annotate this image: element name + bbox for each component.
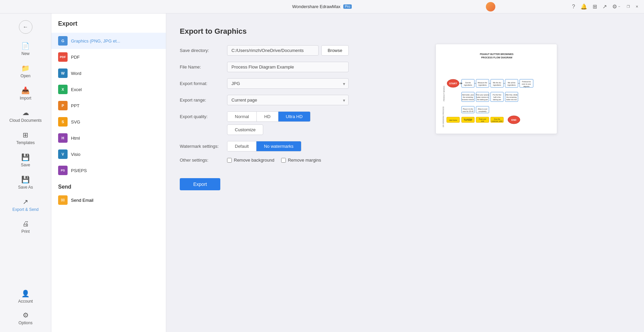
browse-button[interactable]: Browse	[321, 45, 349, 56]
export-range-control: Current page All pages Selected shapes	[227, 95, 349, 105]
graphics-format-icon: G	[58, 36, 68, 46]
save-directory-control: Browse	[227, 45, 349, 56]
file-name-row: File Name:	[180, 62, 349, 72]
help-icon[interactable]: ?	[572, 4, 575, 10]
checkbox-group: Remove background Remove margins	[227, 158, 349, 163]
quality-normal-button[interactable]: Normal	[227, 112, 256, 121]
new-icon: 📄	[21, 42, 30, 50]
export-format-select[interactable]: JPG PNG BMP TIFF SVG	[227, 78, 349, 89]
share-icon[interactable]: ↗	[602, 3, 607, 10]
account-icon: 👤	[21, 289, 30, 298]
sidebar-item-save-as[interactable]: 💾 Save As	[3, 172, 48, 193]
quality-hd-button[interactable]: HD	[256, 112, 278, 121]
main-content: Export to Graphics Save directory: Brows…	[166, 13, 644, 332]
watermark-control: Default No watermarks	[227, 141, 349, 151]
svg-text:Measure the: Measure the	[478, 82, 487, 84]
window-controls: − ❐ ✕	[616, 4, 640, 10]
svg-format-icon: S	[58, 117, 68, 127]
cloud-icon: ☁	[22, 109, 29, 117]
quality-ultrahd-button[interactable]: Ultra HD	[278, 112, 310, 121]
watermark-group: Default No watermarks	[227, 141, 301, 151]
export-range-select[interactable]: Current page All pages Selected shapes	[227, 95, 349, 105]
svg-text:take home: take home	[449, 119, 457, 121]
watermark-default-button[interactable]: Default	[227, 141, 256, 151]
format-item-ppt[interactable]: P PPT	[51, 98, 166, 114]
export-icon: ↗	[23, 198, 28, 206]
sidebar-item-open[interactable]: 📁 Open	[3, 61, 48, 82]
sidebar-item-cloud[interactable]: ☁ Cloud Documents	[3, 105, 48, 126]
apps-icon[interactable]: ⊞	[593, 3, 597, 10]
close-button[interactable]: ✕	[634, 4, 640, 10]
html-format-icon: H	[58, 133, 68, 143]
export-format-label: Export format:	[180, 81, 227, 86]
templates-icon: ⊞	[23, 131, 28, 139]
export-button[interactable]: Export	[180, 178, 220, 190]
customize-button[interactable]: Customize	[227, 124, 263, 135]
open-icon: 📁	[21, 64, 30, 72]
options-icon: ⚙	[23, 311, 29, 319]
back-button[interactable]: ←	[19, 20, 32, 34]
sidebar-item-export[interactable]: ↗ Export & Send	[3, 194, 48, 215]
sidebar-item-account[interactable]: 👤 Account	[3, 286, 48, 307]
export-panel-title: Export	[51, 20, 166, 33]
sidebar-item-options[interactable]: ⚙ Options	[3, 308, 48, 329]
other-settings-label: Other settings:	[180, 158, 227, 163]
sidebar-bottom: 👤 Account ⚙ Options	[0, 285, 51, 329]
svg-text:Put the first: Put the first	[493, 94, 501, 96]
format-item-word[interactable]: W Word	[51, 65, 166, 81]
save-directory-label: Save directory:	[180, 48, 227, 53]
app-title: Wondershare EdrawMax Pro	[292, 4, 352, 9]
print-icon: 🖨	[22, 220, 29, 228]
save-directory-input[interactable]	[227, 45, 319, 56]
svg-text:Then pour peanut: Then pour peanut	[476, 94, 489, 96]
svg-text:oven for 30-40: oven for 30-40	[463, 110, 473, 112]
svg-text:PEANUT BUTTER BROWNIES: PEANUT BUTTER BROWNIES	[480, 53, 514, 55]
export-panel: Export G Graphics (PNG, JPG et... PDF PD…	[51, 13, 166, 332]
sidebar-item-save[interactable]: 💾 Save	[3, 150, 48, 171]
pro-badge: Pro	[343, 4, 352, 9]
svg-text:customer order: customer order	[491, 120, 503, 122]
left-sidebar: ← 📄 New 📁 Open 📥 Import ☁ Cloud Document…	[0, 13, 51, 332]
export-format-control: JPG PNG BMP TIFF SVG	[227, 78, 349, 89]
format-item-svg[interactable]: S SVG	[51, 114, 166, 130]
notification-icon[interactable]: 🔔	[580, 3, 587, 10]
sidebar-item-templates[interactable]: ⊞ Templates	[3, 128, 48, 148]
svg-text:batter into two: batter into two	[506, 99, 517, 101]
export-quality-row: Export quality: Normal HD Ultra HD Custo…	[180, 111, 349, 135]
sidebar-item-new[interactable]: 📄 New	[3, 38, 48, 59]
watermark-row: Watermark settings: Default No watermark…	[180, 141, 349, 151]
svg-text:the baking pan: the baking pan	[477, 99, 488, 101]
back-section: ←	[0, 16, 51, 38]
svg-text:END: END	[512, 119, 517, 121]
send-email-item[interactable]: ✉ Send Email	[58, 193, 159, 208]
format-item-html[interactable]: H Html	[51, 130, 166, 146]
export-format-row: Export format: JPG PNG BMP TIFF SVG	[180, 78, 349, 89]
format-item-excel[interactable]: X Excel	[51, 81, 166, 98]
sidebar-item-import[interactable]: 📥 Import	[3, 83, 48, 104]
svg-text:Mix all the: Mix all the	[508, 82, 516, 84]
format-item-visio[interactable]: V Visio	[51, 146, 166, 162]
export-quality-label: Export quality:	[180, 111, 227, 119]
format-list: G Graphics (PNG, JPG et... PDF PDF W Wor…	[51, 33, 166, 178]
export-range-label: Export range:	[180, 98, 227, 103]
format-item-pdf[interactable]: PDF PDF	[51, 49, 166, 65]
preview-container: PEANUT BUTTER BROWNIES PROCESS FLOW DIAG…	[436, 44, 557, 134]
remove-margins-input[interactable]	[281, 158, 286, 163]
ppt-format-icon: P	[58, 101, 68, 110]
file-name-input[interactable]	[227, 62, 349, 72]
minimize-button[interactable]: −	[616, 4, 622, 10]
remove-margins-checkbox[interactable]: Remove margins	[281, 158, 321, 163]
restore-button[interactable]: ❐	[625, 4, 631, 10]
svg-text:brownie mixture: brownie mixture	[462, 99, 474, 101]
format-item-ps[interactable]: PS PS/EPS	[51, 162, 166, 178]
format-item-graphics[interactable]: G Graphics (PNG, JPG et...	[51, 33, 166, 49]
remove-background-input[interactable]	[227, 158, 232, 163]
svg-text:Add butter, pour: Add butter, pour	[462, 94, 474, 96]
watermark-none-button[interactable]: No watermarks	[256, 141, 301, 151]
sidebar-item-print[interactable]: 🖨 Print	[3, 217, 48, 237]
other-settings-control: Remove background Remove margins	[227, 158, 349, 163]
remove-background-checkbox[interactable]: Remove background	[227, 158, 274, 163]
preview-area: PEANUT BUTTER BROWNIES PROCESS FLOW DIAG…	[362, 27, 630, 190]
preview-diagram: PEANUT BUTTER BROWNIES PROCESS FLOW DIAG…	[441, 50, 552, 127]
svg-text:CUSTOMER ORDERING PROCESS: CUSTOMER ORDERING PROCESS	[442, 106, 444, 127]
